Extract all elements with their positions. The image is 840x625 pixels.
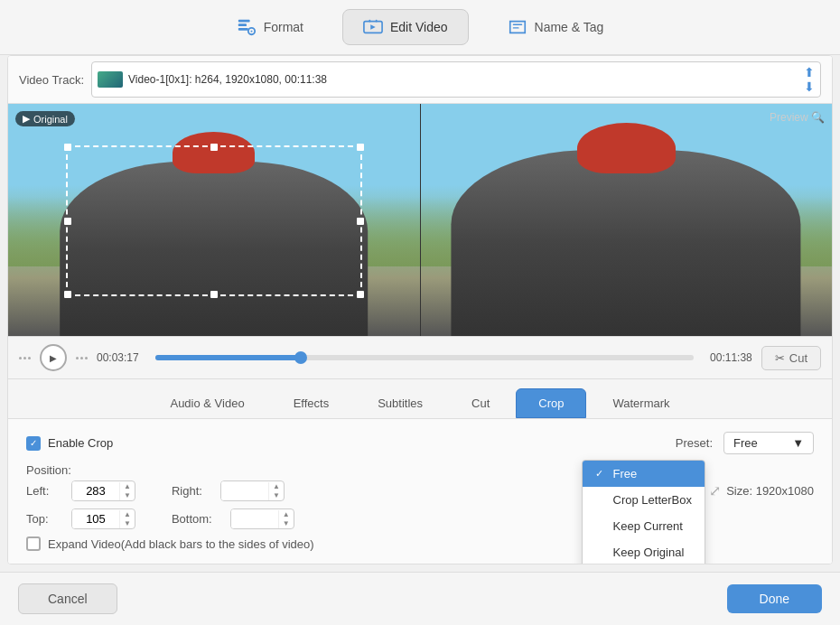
dropdown-item-letterbox[interactable]: Crop LetterBox bbox=[583, 487, 705, 513]
dot6 bbox=[85, 357, 88, 359]
crop-handle-tl[interactable] bbox=[64, 144, 71, 151]
bottom-value-input[interactable] bbox=[231, 509, 278, 528]
crop-settings: ✓ Enable Crop Preset: Free ▼ ✓ Free Crop… bbox=[8, 418, 832, 564]
cut-button[interactable]: ✂ Cut bbox=[761, 346, 821, 370]
play-button[interactable]: ▶ bbox=[40, 344, 67, 371]
preview-label: Preview 🔍 bbox=[770, 111, 825, 124]
bottom-bar: Cancel Done bbox=[0, 572, 840, 625]
expand-checkbox[interactable] bbox=[26, 536, 41, 551]
progress-bar[interactable] bbox=[155, 355, 694, 360]
crop-row-1: ✓ Enable Crop Preset: Free ▼ ✓ Free Crop… bbox=[26, 432, 814, 454]
bottom-input[interactable]: ▲ ▼ bbox=[230, 508, 294, 529]
dropdown-item-keep-original[interactable]: Keep Original bbox=[583, 539, 705, 564]
tabs: Audio & Video Effects Subtitles Cut Crop… bbox=[8, 379, 832, 418]
right-down-arrow[interactable]: ▼ bbox=[269, 491, 284, 500]
time-total: 00:11:38 bbox=[703, 351, 752, 364]
crop-handle-mr[interactable] bbox=[357, 218, 364, 225]
bottom-down-arrow[interactable]: ▼ bbox=[279, 519, 294, 528]
top-value-input[interactable] bbox=[72, 509, 119, 528]
dropdown-item-keep-current[interactable]: Keep Current bbox=[583, 513, 705, 539]
dot5 bbox=[80, 357, 83, 359]
left-input[interactable]: ▲ ▼ bbox=[71, 480, 135, 501]
preset-value: Free bbox=[733, 436, 758, 450]
playback-controls: ▶ 00:03:17 00:11:38 ✂ Cut bbox=[8, 336, 832, 378]
bottom-up-arrow[interactable]: ▲ bbox=[279, 510, 294, 519]
top-up-arrow[interactable]: ▲ bbox=[120, 510, 135, 519]
cancel-button[interactable]: Cancel bbox=[18, 583, 117, 614]
preview-text: Preview 🔍 bbox=[770, 111, 825, 124]
track-thumbnail bbox=[98, 71, 123, 88]
format-label: Format bbox=[264, 20, 303, 34]
name-tag-label: Name & Tag bbox=[535, 20, 604, 34]
progress-fill bbox=[155, 355, 301, 360]
done-button[interactable]: Done bbox=[727, 584, 822, 613]
dot1 bbox=[19, 357, 22, 359]
helmet-right bbox=[577, 123, 676, 174]
check-icon: ✓ bbox=[595, 468, 608, 480]
svg-rect-0 bbox=[238, 20, 249, 23]
tab-cut[interactable]: Cut bbox=[449, 388, 512, 418]
crop-overlay[interactable] bbox=[66, 145, 362, 296]
main-content: Video Track: Video-1[0x1]: h264, 1920x10… bbox=[7, 55, 833, 564]
edit-video-button[interactable]: Edit Video bbox=[342, 9, 469, 45]
crop-handle-bl[interactable] bbox=[64, 291, 71, 298]
preview-right: Preview 🔍 bbox=[421, 104, 833, 336]
size-info: ⤢ Size: 1920x1080 bbox=[709, 482, 814, 499]
play-tiny-icon: ▶ bbox=[23, 113, 30, 125]
preset-label: Preset: bbox=[676, 436, 713, 450]
tab-subtitles[interactable]: Subtitles bbox=[355, 388, 445, 418]
video-track-select[interactable]: Video-1[0x1]: h264, 1920x1080, 00:11:38 … bbox=[91, 61, 821, 98]
dropdown-item-label: Keep Original bbox=[613, 546, 685, 559]
right-input[interactable]: ▲ ▼ bbox=[220, 480, 285, 501]
tab-audio-video[interactable]: Audio & Video bbox=[147, 388, 266, 418]
dot4 bbox=[76, 357, 79, 359]
preview-left: ▶ Original bbox=[8, 104, 421, 336]
right-label: Right: bbox=[172, 484, 202, 498]
crop-handle-tr[interactable] bbox=[357, 144, 364, 151]
format-button[interactable]: Format bbox=[216, 9, 324, 45]
bottom-label: Bottom: bbox=[172, 512, 212, 526]
bottom-arrows: ▲ ▼ bbox=[278, 510, 294, 528]
tab-crop[interactable]: Crop bbox=[516, 388, 586, 418]
right-up-arrow[interactable]: ▲ bbox=[269, 482, 284, 491]
left-value-input[interactable] bbox=[72, 481, 119, 500]
dropdown-item-label: Free bbox=[613, 467, 638, 480]
svg-rect-5 bbox=[369, 20, 370, 23]
top-label: Top: bbox=[26, 512, 53, 526]
top-input[interactable]: ▲ ▼ bbox=[71, 508, 135, 529]
crop-handle-tm[interactable] bbox=[210, 144, 218, 151]
original-label: Original bbox=[33, 114, 68, 125]
name-tag-button[interactable]: Name & Tag bbox=[487, 9, 625, 45]
left-up-arrow[interactable]: ▲ bbox=[120, 482, 135, 491]
crop-handle-bm[interactable] bbox=[210, 291, 218, 298]
top-arrows: ▲ ▼ bbox=[119, 510, 135, 528]
tab-watermark[interactable]: Watermark bbox=[590, 388, 692, 418]
dropdown-arrow-icon: ▼ bbox=[792, 436, 804, 450]
right-value-input[interactable] bbox=[221, 481, 268, 500]
track-arrow-icon: ⬆⬇ bbox=[804, 65, 815, 94]
person-body-right bbox=[452, 150, 801, 336]
name-tag-icon bbox=[508, 17, 527, 37]
video-track-label: Video Track: bbox=[19, 73, 84, 87]
video-track-bar: Video Track: Video-1[0x1]: h264, 1920x10… bbox=[8, 56, 832, 104]
preset-dropdown-button[interactable]: Free ▼ bbox=[723, 432, 814, 454]
svg-rect-6 bbox=[376, 20, 378, 23]
dropdown-item-free[interactable]: ✓ Free bbox=[583, 461, 705, 487]
video-track-value: Video-1[0x1]: h264, 1920x1080, 00:11:38 bbox=[128, 73, 327, 86]
svg-rect-2 bbox=[238, 28, 247, 31]
left-label: Left: bbox=[26, 484, 53, 498]
left-arrows: ▲ ▼ bbox=[119, 482, 135, 500]
size-icon: ⤢ bbox=[709, 482, 721, 499]
dots-right bbox=[76, 357, 88, 359]
top-down-arrow[interactable]: ▼ bbox=[120, 519, 135, 528]
dot2 bbox=[23, 357, 26, 359]
format-icon bbox=[237, 17, 257, 37]
edit-video-icon bbox=[363, 17, 383, 37]
tab-effects[interactable]: Effects bbox=[271, 388, 352, 418]
dot3 bbox=[28, 357, 31, 359]
crop-handle-br[interactable] bbox=[357, 291, 364, 298]
crop-handle-ml[interactable] bbox=[64, 218, 71, 225]
progress-thumb[interactable] bbox=[294, 351, 307, 364]
left-down-arrow[interactable]: ▼ bbox=[120, 491, 135, 500]
enable-crop-checkbox[interactable]: ✓ Enable Crop bbox=[26, 436, 113, 451]
